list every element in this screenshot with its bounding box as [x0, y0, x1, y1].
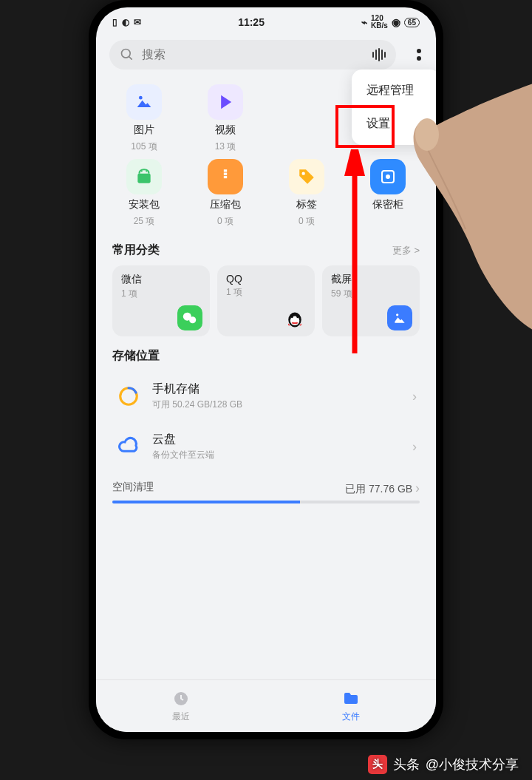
search-bar[interactable] — [109, 40, 396, 69]
category-safe[interactable]: 保密柜 — [347, 159, 429, 228]
card-count: 1 项 — [121, 288, 201, 300]
search-icon — [120, 47, 134, 62]
card-count: 1 项 — [226, 286, 306, 299]
space-cleanup-row[interactable]: 空间清理 已用 77.76 GB › — [112, 481, 420, 501]
category-grid: 图片 105 项 视频 13 项 安装包 25 项 — [96, 77, 436, 234]
category-label: 视频 — [215, 123, 236, 137]
svg-point-17 — [396, 313, 398, 316]
tab-label: 最近 — [172, 711, 190, 723]
menu-remote-management[interactable]: 远程管理 — [352, 74, 436, 107]
svg-rect-5 — [224, 169, 227, 172]
section-title: 常用分类 — [112, 243, 160, 258]
cleanup-label: 空间清理 — [112, 481, 154, 496]
chevron-right-icon: › — [412, 439, 417, 455]
disk-icon — [115, 383, 142, 410]
svg-point-8 — [302, 172, 305, 175]
category-label: 安装包 — [129, 198, 160, 211]
category-label: 标签 — [296, 198, 317, 211]
svg-point-15 — [291, 315, 293, 318]
more-link[interactable]: 更多 > — [392, 244, 420, 257]
tag-icon — [289, 159, 324, 194]
cleanup-progress — [112, 501, 420, 503]
tab-recent[interactable]: 最近 — [96, 680, 266, 732]
watermark: 头 头条 @小俊技术分享 — [368, 755, 519, 774]
storage-phone[interactable]: 手机存储 可用 50.24 GB/128 GB › — [112, 371, 420, 421]
cleanup-progress-fill — [112, 501, 300, 503]
phone-screen: ▯ ◐ ✉ 11:25 ⌁ 120 KB/s ◉ 65 — [96, 7, 436, 732]
toutiao-logo-icon: 头 — [368, 755, 387, 774]
common-card-qq[interactable]: QQ 1 项 — [217, 265, 315, 336]
battery-level: 65 — [404, 18, 420, 27]
screenshot-icon — [387, 305, 412, 330]
video-icon — [208, 84, 243, 120]
phone-frame: ▯ ◐ ✉ 11:25 ⌁ 120 KB/s ◉ 65 — [89, 0, 443, 739]
category-count: 13 项 — [215, 140, 236, 153]
status-sync-icon: ◐ — [122, 17, 129, 27]
wechat-icon — [177, 305, 202, 330]
clock-icon — [172, 690, 190, 708]
photo-icon — [126, 84, 162, 120]
svg-point-0 — [122, 50, 131, 58]
category-tags[interactable]: 标签 0 项 — [266, 159, 347, 228]
annotation-highlight-box — [335, 105, 395, 148]
section-title: 存储位置 — [112, 348, 160, 364]
category-photos[interactable]: 图片 105 项 — [103, 84, 185, 153]
wifi-icon: ◉ — [392, 16, 400, 28]
tab-files[interactable]: 文件 — [266, 680, 436, 732]
status-bar: ▯ ◐ ✉ 11:25 ⌁ 120 KB/s ◉ 65 — [96, 7, 436, 33]
storage-sub: 可用 50.24 GB/128 GB — [152, 399, 402, 411]
status-sim-icon: ▯ — [112, 17, 117, 27]
common-categories-section: 常用分类 更多 > 微信 1 项 QQ 1 项 — [96, 234, 436, 339]
cleanup-used: 已用 77.76 GB — [345, 483, 412, 495]
category-videos[interactable]: 视频 13 项 — [185, 84, 266, 153]
card-count: 59 项 — [331, 288, 411, 300]
category-count: 0 项 — [217, 215, 233, 228]
common-card-wechat[interactable]: 微信 1 项 — [112, 265, 210, 336]
safe-icon — [370, 159, 406, 194]
overflow-menu-button[interactable] — [417, 49, 421, 61]
bottom-nav: 最近 文件 — [96, 679, 436, 732]
voice-search-icon[interactable] — [372, 48, 386, 61]
category-label: 保密柜 — [372, 198, 403, 211]
storage-section: 存储位置 手机存储 可用 50.24 GB/128 GB › 云盘 备份文件至 — [96, 339, 436, 475]
watermark-author: @小俊技术分享 — [426, 756, 519, 773]
svg-point-16 — [296, 315, 299, 318]
cloud-icon — [115, 433, 142, 460]
card-label: 微信 — [121, 273, 201, 286]
watermark-prefix: 头条 — [393, 756, 420, 773]
qq-icon — [282, 305, 307, 330]
storage-cloud[interactable]: 云盘 备份文件至云端 › — [112, 421, 420, 472]
storage-sub: 备份文件至云端 — [152, 449, 402, 461]
svg-rect-2 — [137, 174, 150, 183]
svg-point-1 — [139, 96, 143, 100]
tab-label: 文件 — [342, 711, 360, 723]
bluetooth-off-icon: ⌁ — [361, 16, 367, 28]
category-label: 图片 — [134, 123, 154, 137]
svg-rect-7 — [224, 176, 227, 178]
folder-icon — [342, 690, 360, 708]
category-apk[interactable]: 安装包 25 项 — [103, 159, 185, 228]
archive-icon — [208, 159, 243, 194]
svg-point-12 — [189, 316, 196, 323]
svg-rect-6 — [224, 173, 227, 175]
chevron-right-icon: › — [412, 389, 417, 404]
search-input[interactable] — [140, 47, 366, 62]
storage-name: 云盘 — [152, 432, 402, 447]
status-time: 11:25 — [238, 16, 265, 28]
status-message-icon: ✉ — [134, 17, 141, 27]
card-label: 截屏 — [331, 273, 411, 286]
category-label: 压缩包 — [210, 198, 241, 211]
card-label: QQ — [226, 273, 306, 285]
common-card-screenshot[interactable]: 截屏 59 项 — [322, 265, 420, 336]
storage-name: 手机存储 — [152, 381, 402, 397]
category-count: 105 项 — [131, 140, 157, 153]
category-archive[interactable]: 压缩包 0 项 — [185, 159, 266, 228]
category-count: 25 项 — [134, 215, 155, 228]
chevron-right-icon: › — [415, 481, 420, 495]
net-unit: KB/s — [371, 22, 388, 30]
svg-point-10 — [386, 174, 390, 179]
category-count: 0 项 — [299, 215, 315, 228]
apk-icon — [126, 159, 162, 194]
